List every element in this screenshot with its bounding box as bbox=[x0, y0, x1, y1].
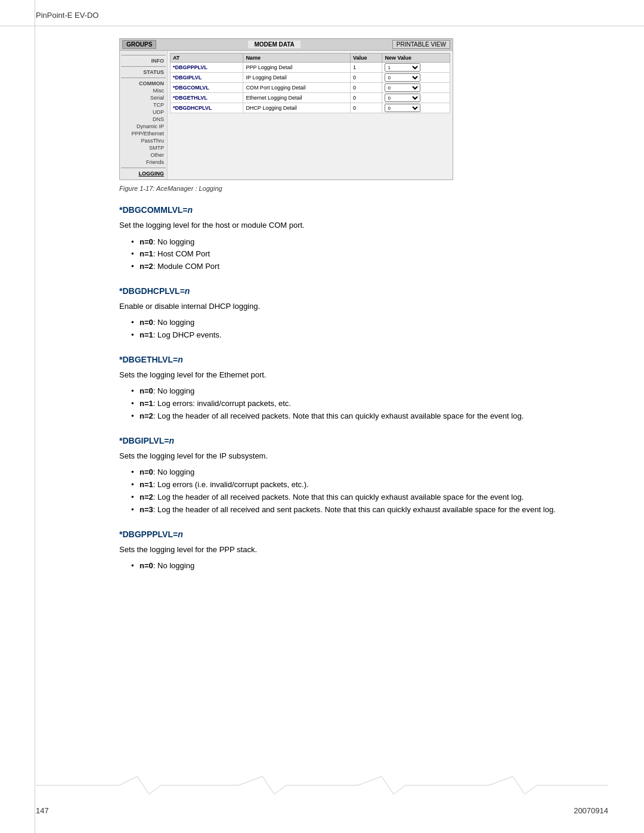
bullets-dbgcommlvl: n=0: No logging n=1: Host COM Port n=2: … bbox=[131, 236, 608, 273]
screenshot-box: GROUPS MODEM DATA PRINTABLE VIEW INFO ST… bbox=[119, 38, 453, 180]
at-dbgppplvl: *DBGPPPLVL bbox=[171, 63, 243, 73]
heading-dbgcommlvl: *DBGCOMMLVL=n bbox=[119, 205, 608, 215]
new-value-dbgdhcplvl[interactable]: 01 bbox=[382, 103, 450, 113]
screenshot-sidebar: INFO STATUS COMMON Misc Serial TCP UDP D… bbox=[120, 51, 168, 179]
bullets-dbgppplvl: n=0: No logging bbox=[131, 560, 608, 572]
list-item: n=2: Module COM Port bbox=[131, 261, 608, 273]
list-item: n=0: No logging bbox=[131, 385, 608, 398]
bullet-text: : Log errors: invalid/corrupt packets, e… bbox=[153, 399, 291, 408]
heading-italic-dbgcommlvl: n bbox=[187, 205, 193, 215]
sidebar-item-logging[interactable]: LOGGING bbox=[121, 170, 166, 177]
value-dbgcomlvl: 0 bbox=[350, 83, 382, 93]
bullet-bold: n=2 bbox=[140, 493, 153, 501]
heading-dbgppplvl: *DBGPPPLVL=n bbox=[119, 529, 608, 539]
at-dbgcomlvl: *DBGCOMLVL bbox=[171, 83, 243, 93]
screenshot-body: INFO STATUS COMMON Misc Serial TCP UDP D… bbox=[120, 51, 453, 179]
bullet-bold: n=1 bbox=[140, 480, 153, 489]
sidebar-item-common[interactable]: COMMON bbox=[121, 80, 166, 87]
table-row: *DBGIPLVL IP Logging Detail 0 012 bbox=[171, 73, 450, 83]
value-dbgdhcplvl: 0 bbox=[350, 103, 382, 113]
section-dbgethlvl: *DBGETHLVL=n Sets the logging level for … bbox=[119, 355, 608, 423]
page-title: PinPoint-E EV-DO bbox=[36, 11, 99, 20]
heading-italic-dbgdhcplvl: n bbox=[185, 286, 190, 296]
select-dbgppplvl[interactable]: 102 bbox=[385, 63, 420, 72]
list-item: n=0: No logging bbox=[131, 560, 608, 572]
value-dbgethlvl: 0 bbox=[350, 93, 382, 103]
col-header-value: Value bbox=[350, 54, 382, 63]
new-value-dbgppplvl[interactable]: 102 bbox=[382, 63, 450, 73]
col-header-new-value: New Value bbox=[382, 54, 450, 63]
value-dbgiplvl: 0 bbox=[350, 73, 382, 83]
select-dbgdhcplvl[interactable]: 01 bbox=[385, 104, 420, 112]
list-item: n=1: Log errors: invalid/corrupt packets… bbox=[131, 398, 608, 410]
list-item: n=1: Log errors (i.e. invalid/corrupt pa… bbox=[131, 479, 608, 491]
bullet-text: : No logging bbox=[153, 386, 194, 395]
heading-dbgethlvl: *DBGETHLVL=n bbox=[119, 355, 608, 364]
list-item: n=0: No logging bbox=[131, 466, 608, 479]
list-item: n=0: No logging bbox=[131, 236, 608, 249]
heading-prefix-dbgethlvl: *DBGETHLVL= bbox=[119, 355, 178, 364]
at-dbgdhcplvl: *DBGDHCPLVL bbox=[171, 103, 243, 113]
list-item: n=1: Host COM Port bbox=[131, 248, 608, 261]
heading-prefix-dbgdhcplvl: *DBGDHCPLVL= bbox=[119, 286, 185, 296]
select-dbgethlvl[interactable]: 012 bbox=[385, 94, 420, 102]
bullet-bold: n=0 bbox=[140, 467, 153, 476]
bullet-bold: n=0 bbox=[140, 561, 153, 570]
sidebar-item-dns[interactable]: DNS bbox=[121, 116, 166, 123]
sidebar-item-serial[interactable]: Serial bbox=[121, 94, 166, 101]
sidebar-divider-3 bbox=[121, 168, 166, 168]
page-footer: 147 20070914 bbox=[0, 806, 644, 815]
sidebar-item-other[interactable]: Other bbox=[121, 151, 166, 159]
date-code: 20070914 bbox=[574, 806, 608, 815]
modem-data-label: MODEM DATA bbox=[248, 41, 300, 48]
sidebar-item-info[interactable]: INFO bbox=[121, 57, 166, 64]
figure-caption: Figure 1-17: AceManager : Logging bbox=[119, 185, 608, 192]
printable-view-button[interactable]: PRINTABLE VIEW bbox=[392, 40, 450, 49]
bullet-text: : No logging bbox=[153, 561, 194, 570]
heading-dbgiplvl: *DBGIPLVL=n bbox=[119, 436, 608, 445]
select-dbgcomlvl[interactable]: 012 bbox=[385, 83, 420, 92]
bullet-bold: n=0 bbox=[140, 318, 153, 327]
sidebar-item-tcp[interactable]: TCP bbox=[121, 101, 166, 109]
new-value-dbgethlvl[interactable]: 012 bbox=[382, 93, 450, 103]
sidebar-item-passthru[interactable]: PassThru bbox=[121, 137, 166, 144]
name-dbgcomlvl: COM Port Logging Detail bbox=[243, 83, 351, 93]
sidebar-item-ppp-ethernet[interactable]: PPP/Ethernet bbox=[121, 130, 166, 137]
new-value-dbgcomlvl[interactable]: 012 bbox=[382, 83, 450, 93]
page-header: PinPoint-E EV-DO bbox=[0, 0, 644, 26]
bullet-text: : Log errors (i.e. invalid/corrupt packe… bbox=[153, 480, 309, 489]
bullet-text: : Log the header of all received packets… bbox=[153, 411, 524, 420]
heading-italic-dbgethlvl: n bbox=[178, 355, 183, 364]
desc-dbgethlvl: Sets the logging level for the Ethernet … bbox=[119, 369, 608, 381]
section-dbgcommlvl: *DBGCOMMLVL=n Set the logging level for … bbox=[119, 205, 608, 273]
name-dbgdhcplvl: DHCP Logging Detail bbox=[243, 103, 351, 113]
table-row: *DBGDHCPLVL DHCP Logging Detail 0 01 bbox=[171, 103, 450, 113]
main-content: GROUPS MODEM DATA PRINTABLE VIEW INFO ST… bbox=[0, 26, 644, 613]
select-dbgiplvl[interactable]: 012 bbox=[385, 73, 420, 82]
heading-prefix-dbgiplvl: *DBGIPLVL= bbox=[119, 436, 169, 445]
sidebar-item-misc[interactable]: Misc bbox=[121, 87, 166, 94]
groups-button[interactable]: GROUPS bbox=[122, 40, 156, 49]
col-header-at: AT bbox=[171, 54, 243, 63]
bullet-bold: n=1 bbox=[140, 249, 153, 258]
sidebar-item-udp[interactable]: UDP bbox=[121, 109, 166, 116]
sidebar-item-status[interactable]: STATUS bbox=[121, 69, 166, 76]
bullet-bold: n=3 bbox=[140, 505, 153, 514]
section-dbgdhcplvl: *DBGDHCPLVL=n Enable or disable internal… bbox=[119, 286, 608, 342]
screenshot-table-area: AT Name Value New Value *DBGPPPLVL PPP L… bbox=[168, 51, 453, 179]
new-value-dbgiplvl[interactable]: 012 bbox=[382, 73, 450, 83]
table-row: *DBGCOMLVL COM Port Logging Detail 0 012 bbox=[171, 83, 450, 93]
sidebar-item-smtp[interactable]: SMTP bbox=[121, 144, 166, 151]
heading-prefix-dbgcommlvl: *DBGCOMMLVL= bbox=[119, 205, 187, 215]
sidebar-divider-2 bbox=[121, 78, 166, 78]
table-row: *DBGPPPLVL PPP Logging Detail 1 102 bbox=[171, 63, 450, 73]
heading-italic-dbgiplvl: n bbox=[169, 436, 174, 445]
list-item: n=2: Log the header of all received pack… bbox=[131, 491, 608, 504]
sidebar-item-friends[interactable]: Friends bbox=[121, 159, 166, 166]
screenshot-toolbar: GROUPS MODEM DATA PRINTABLE VIEW bbox=[120, 39, 453, 51]
left-border bbox=[35, 0, 35, 833]
desc-dbgcommlvl: Set the logging level for the host or mo… bbox=[119, 219, 608, 231]
page-number: 147 bbox=[36, 806, 49, 815]
bullet-text: : Module COM Port bbox=[153, 262, 219, 271]
sidebar-item-dynamic-ip[interactable]: Dynamic IP bbox=[121, 123, 166, 130]
